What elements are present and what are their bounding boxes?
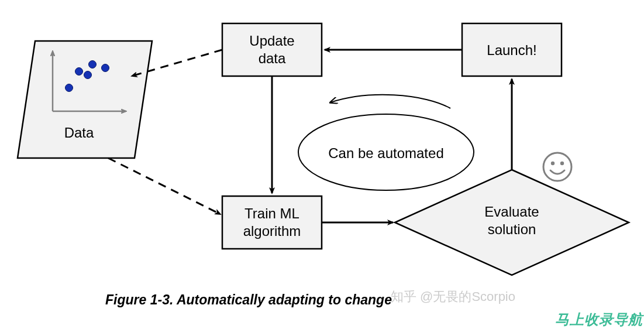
svg-point-13	[560, 162, 564, 165]
automated-label: Can be automated	[328, 145, 443, 161]
diagram-canvas: Data Update data Launch! Can be automate…	[0, 0, 644, 329]
launch-label: Launch!	[487, 42, 536, 58]
train-line1: Train ML	[244, 205, 299, 221]
svg-point-11	[543, 153, 571, 181]
node-train-ml: Train ML algorithm	[222, 196, 322, 249]
svg-point-2	[66, 84, 73, 92]
svg-point-6	[102, 64, 109, 72]
figure-caption: Figure 1-3. Automatically adapting to ch…	[105, 292, 392, 307]
evaluate-line1: Evaluate	[484, 204, 539, 220]
svg-point-5	[89, 61, 97, 68]
svg-point-4	[84, 71, 92, 79]
arrow-data-to-train	[108, 158, 221, 214]
evaluate-line2: solution	[488, 221, 536, 237]
node-update-data: Update data	[222, 23, 322, 76]
smiley-icon	[543, 153, 571, 181]
train-line2: algorithm	[243, 223, 301, 239]
node-automated: Can be automated	[298, 95, 474, 190]
update-line1: Update	[249, 33, 294, 49]
update-line2: data	[259, 50, 286, 66]
node-data: Data	[18, 41, 152, 158]
node-launch: Launch!	[462, 23, 562, 76]
svg-rect-7	[222, 23, 322, 76]
svg-rect-10	[222, 196, 322, 249]
svg-point-3	[75, 68, 83, 76]
data-label: Data	[64, 125, 94, 140]
svg-point-12	[551, 162, 555, 165]
